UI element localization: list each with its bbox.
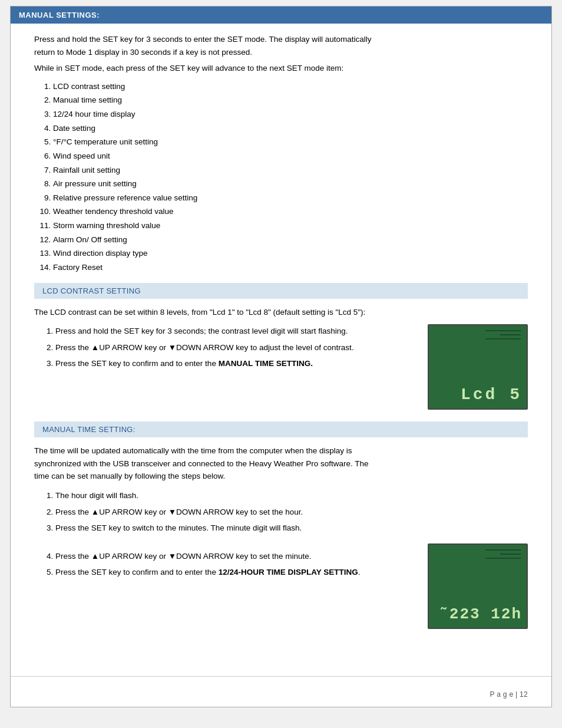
manual-time-steps-list-2: Press the ▲UP ARROW key or ▼DOWN ARROW k… xyxy=(55,549,416,579)
set-mode-list: LCD contrast setting Manual time setting… xyxy=(53,80,528,275)
time-step-5-bold: 12/24-HOUR TIME DISPLAY SETTING xyxy=(219,568,358,577)
list-item: Weather tendency threshold value xyxy=(53,205,528,219)
device-line-2 xyxy=(500,334,521,335)
device-top-lines-2 xyxy=(485,549,521,559)
time-step-2: Press the ▲UP ARROW key or ▼DOWN ARROW k… xyxy=(55,505,528,519)
list-item: 12/24 hour time display xyxy=(53,107,528,121)
time-step-4: Press the ▲UP ARROW key or ▼DOWN ARROW k… xyxy=(55,549,416,564)
lcd-device-image: Lcd 5 xyxy=(428,324,528,410)
intro-line3: While in SET mode, each press of the SET… xyxy=(34,64,343,73)
time-step-1: The hour digit will flash. xyxy=(55,489,528,503)
page: MANUAL SETTINGS: Press and hold the SET … xyxy=(10,6,552,707)
time-step-5-prefix: Press the SET key to confirm and to ente… xyxy=(55,568,219,577)
lcd-steps-list: Press and hold the SET key for 3 seconds… xyxy=(55,324,416,371)
time-step-1-text: The hour digit will flash. xyxy=(55,491,138,500)
time-steps-image-row: Press the ▲UP ARROW key or ▼DOWN ARROW k… xyxy=(34,543,528,629)
time-step-4-text: Press the ▲UP ARROW key or ▼DOWN ARROW k… xyxy=(55,552,312,561)
page-number: P a g e | 12 xyxy=(490,690,528,699)
time-step-3-text: Press the SET key to switch to the minut… xyxy=(55,523,302,532)
manual-time-steps-list: The hour digit will flash. Press the ▲UP… xyxy=(55,489,528,535)
intro-para-1: Press and hold the SET key for 3 seconds… xyxy=(34,33,528,58)
intro-para-2: While in SET mode, each press of the SET… xyxy=(34,62,528,75)
time-device-image: ˜223 12h xyxy=(428,543,528,629)
lcd-steps-col: Press and hold the SET key for 3 seconds… xyxy=(34,324,416,373)
lcd-step-3: Press the SET key to confirm and to ente… xyxy=(55,357,416,371)
device-line-4 xyxy=(485,549,521,551)
list-item: Storm warning threshold value xyxy=(53,219,528,233)
lcd-section: LCD CONTRAST SETTING The LCD contrast ca… xyxy=(34,283,528,410)
intro-line1: Press and hold the SET key for 3 seconds… xyxy=(34,35,372,44)
intro-line2: return to Mode 1 display in 30 seconds i… xyxy=(34,48,252,57)
device-line-1 xyxy=(485,330,521,331)
device-line-5 xyxy=(500,554,521,555)
lcd-step-2-text: Press the ▲UP ARROW key or ▼DOWN ARROW k… xyxy=(55,343,354,352)
list-item: Wind speed unit xyxy=(53,149,528,163)
device-line-3 xyxy=(485,338,521,340)
time-step-3: Press the SET key to switch to the minut… xyxy=(55,521,528,535)
lcd-step-1-text: Press and hold the SET key for 3 seconds… xyxy=(55,327,348,335)
manual-time-header: MANUAL TIME SETTING: xyxy=(34,421,528,437)
list-item: °F/°C temperature unit setting xyxy=(53,135,528,149)
content: Press and hold the SET key for 3 seconds… xyxy=(11,24,551,676)
lcd-display-text: Lcd 5 xyxy=(461,386,522,404)
list-item: Air pressure unit setting xyxy=(53,177,528,191)
device-top-lines xyxy=(485,330,521,340)
manual-time-section: MANUAL TIME SETTING: The time will be up… xyxy=(34,421,528,629)
list-item: Relative pressure reference value settin… xyxy=(53,191,528,205)
lcd-intro: The LCD contrast can be set within 8 lev… xyxy=(34,306,528,319)
page-footer: P a g e | 12 xyxy=(490,690,528,699)
lcd-step-3-bold: MANUAL TIME SETTING. xyxy=(219,359,313,368)
manual-settings-header: MANUAL SETTINGS: xyxy=(11,6,551,24)
device-line-6 xyxy=(485,558,521,559)
manual-settings-title: MANUAL SETTINGS: xyxy=(19,11,100,19)
lcd-step-2: Press the ▲UP ARROW key or ▼DOWN ARROW k… xyxy=(55,341,416,355)
lcd-step-1: Press and hold the SET key for 3 seconds… xyxy=(55,324,416,338)
manual-time-intro: The time will be updated automatically w… xyxy=(34,444,528,483)
list-item: Date setting xyxy=(53,121,528,136)
list-item: Rainfall unit setting xyxy=(53,163,528,177)
list-item: Manual time setting xyxy=(53,93,528,107)
list-item: Alarm On/ Off setting xyxy=(53,233,528,247)
list-item: LCD contrast setting xyxy=(53,80,528,94)
footer-divider xyxy=(11,676,551,677)
lcd-step-3-prefix: Press the SET key to confirm and to ente… xyxy=(55,359,219,368)
lcd-section-header: LCD CONTRAST SETTING xyxy=(34,283,528,299)
time-display-text: ˜223 12h xyxy=(439,605,522,623)
time-step-5: Press the SET key to confirm and to ente… xyxy=(55,565,416,579)
lcd-steps-image-row: Press and hold the SET key for 3 seconds… xyxy=(34,324,528,410)
list-item: Wind direction display type xyxy=(53,246,528,261)
time-step-2-text: Press the ▲UP ARROW key or ▼DOWN ARROW k… xyxy=(55,508,303,516)
time-steps-col: Press the ▲UP ARROW key or ▼DOWN ARROW k… xyxy=(34,543,416,582)
list-item: Factory Reset xyxy=(53,261,528,275)
